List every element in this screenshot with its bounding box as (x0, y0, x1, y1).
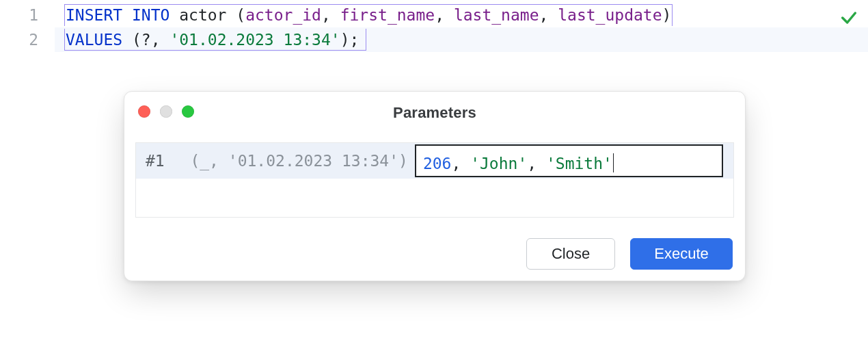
punct: ; (350, 31, 360, 49)
string: '01.02.2023 13:34' (169, 31, 340, 49)
punct: , (539, 6, 549, 24)
execute-button[interactable]: Execute (630, 238, 733, 270)
keyword: INSERT (66, 6, 122, 24)
column: last_name (454, 6, 539, 24)
punct: , (321, 6, 331, 24)
code-area[interactable]: INSERT INTO actor (actor_id, first_name,… (55, 3, 868, 52)
punct: , (435, 6, 444, 24)
column: last_update (558, 6, 662, 24)
input-string: 'Smith' (546, 155, 612, 172)
punct: , (527, 155, 537, 172)
code-line-2[interactable]: VALUES (?, '01.02.2023 13:34'); (55, 27, 868, 52)
close-button[interactable]: Close (526, 238, 615, 270)
param-value-input[interactable]: 206, 'John', 'Smith' (415, 144, 724, 177)
keyword: INTO (132, 6, 169, 24)
input-number: 206 (423, 155, 452, 172)
punct: ( (132, 31, 141, 49)
line-number: 1 (0, 3, 38, 27)
dialog-title: Parameters (124, 104, 745, 122)
code-line-1[interactable]: INSERT INTO actor (actor_id, first_name,… (55, 3, 868, 27)
input-string: 'John' (470, 155, 527, 172)
column: actor_id (245, 6, 321, 24)
param-index: #1 (136, 143, 165, 179)
placeholder: ? (141, 31, 151, 49)
keyword: VALUES (66, 31, 122, 49)
identifier: actor (179, 6, 226, 24)
text-caret (613, 153, 614, 172)
punct: ) (662, 6, 672, 24)
punct: ) (340, 31, 350, 49)
column: first_name (340, 6, 435, 24)
line-gutter: 1 2 (0, 0, 55, 52)
parameters-dialog: Parameters #1 (_, '01.02.2023 13:34') 20… (124, 91, 746, 281)
parameters-list: #1 (_, '01.02.2023 13:34') 206, 'John', … (135, 142, 734, 218)
dialog-buttons: Close Execute (526, 238, 733, 270)
punct: , (151, 31, 161, 49)
status-ok-icon (839, 8, 858, 27)
punct: , (451, 155, 461, 172)
parameter-row: #1 (_, '01.02.2023 13:34') 206, 'John', … (136, 143, 733, 179)
param-pattern: (_, '01.02.2023 13:34') (183, 143, 408, 179)
line-number: 2 (0, 27, 38, 52)
punct: ( (236, 6, 245, 24)
